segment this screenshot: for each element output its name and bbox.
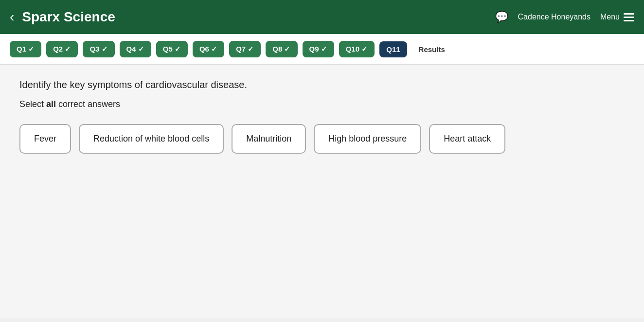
option-high-blood-pressure[interactable]: High blood pressure	[314, 124, 421, 154]
options-row: Fever Reduction of white blood cells Mal…	[19, 124, 625, 154]
instruction-prefix: Select	[19, 99, 46, 109]
tab-q9[interactable]: Q9 ✓	[303, 41, 334, 57]
tab-results[interactable]: Results	[412, 41, 452, 57]
tab-q3[interactable]: Q3 ✓	[83, 41, 114, 57]
header-right: 💬 Cadence Honeyands Menu	[495, 11, 634, 23]
instruction-suffix: correct answers	[56, 99, 120, 109]
tab-q6[interactable]: Q6 ✓	[193, 41, 224, 57]
option-reduction[interactable]: Reduction of white blood cells	[79, 124, 224, 154]
tab-q5[interactable]: Q5 ✓	[156, 41, 188, 57]
tabs-bar: Q1 ✓ Q2 ✓ Q3 ✓ Q4 ✓ Q5 ✓ Q6 ✓ Q7 ✓ Q8 ✓ …	[0, 34, 644, 65]
option-heart-attack[interactable]: Heart attack	[429, 124, 505, 154]
menu-button[interactable]: Menu	[600, 13, 634, 21]
tab-q8[interactable]: Q8 ✓	[266, 41, 297, 57]
app-title: Sparx Science	[22, 9, 495, 25]
tab-q11[interactable]: Q11	[379, 41, 407, 57]
header: ‹ Sparx Science 💬 Cadence Honeyands Menu	[0, 0, 644, 34]
tab-q1[interactable]: Q1 ✓	[10, 41, 41, 57]
tab-q10[interactable]: Q10 ✓	[339, 41, 375, 57]
hamburger-icon	[624, 13, 634, 21]
instruction-bold: all	[46, 99, 56, 109]
main-content: Identify the key symptoms of cardiovascu…	[0, 65, 644, 318]
option-fever[interactable]: Fever	[19, 124, 71, 154]
chat-icon[interactable]: 💬	[495, 11, 508, 23]
select-instruction: Select all correct answers	[19, 99, 625, 109]
tab-q2[interactable]: Q2 ✓	[46, 41, 78, 57]
option-malnutrition[interactable]: Malnutrition	[232, 124, 306, 154]
tab-q7[interactable]: Q7 ✓	[229, 41, 261, 57]
menu-label: Menu	[600, 13, 620, 21]
question-text: Identify the key symptoms of cardiovascu…	[19, 79, 625, 90]
tab-q4[interactable]: Q4 ✓	[120, 41, 151, 57]
user-name: Cadence Honeyands	[518, 13, 590, 21]
back-button[interactable]: ‹	[10, 9, 14, 25]
